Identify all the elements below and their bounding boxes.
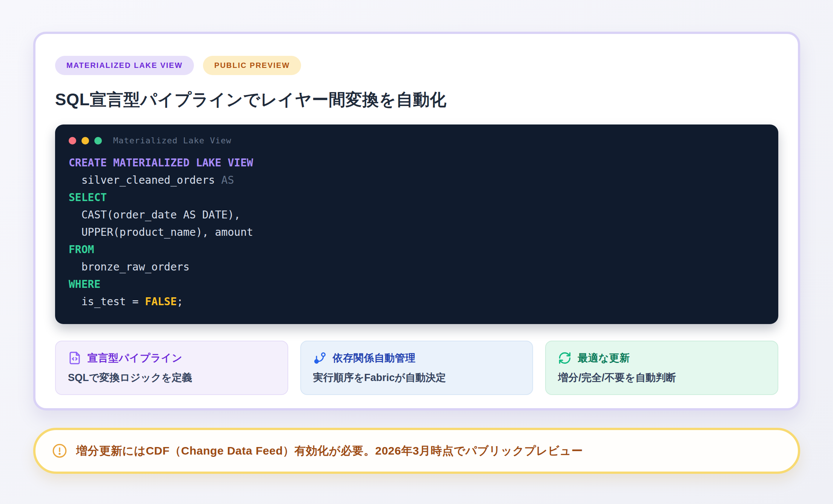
code-window-title: Materialized Lake View bbox=[113, 136, 231, 145]
feature-description: 増分/完全/不要を自動判断 bbox=[558, 371, 765, 384]
code-token: silver_cleaned_orders bbox=[69, 174, 221, 186]
code-token: CREATE MATERIALIZED LAKE VIEW bbox=[69, 157, 253, 169]
code-token: is_test = bbox=[69, 295, 145, 308]
code-token: WHERE bbox=[69, 278, 100, 290]
feature-card-purple: 宣言型パイプライン SQLで変換ロジックを定義 bbox=[55, 341, 288, 395]
code-token: FROM bbox=[69, 243, 94, 256]
code-token: FALSE bbox=[145, 295, 177, 308]
feature-card-blue: 依存関係自動管理 実行順序をFabricが自動決定 bbox=[300, 341, 533, 395]
window-maximize-icon bbox=[94, 137, 102, 144]
feature-title: 最適な更新 bbox=[578, 351, 630, 365]
code-line: is_test = FALSE; bbox=[69, 293, 765, 310]
feature-description: 実行順序をFabricが自動決定 bbox=[313, 371, 521, 384]
code-token: bronze_raw_orders bbox=[69, 261, 189, 273]
feature-title: 依存関係自動管理 bbox=[333, 351, 416, 365]
page-title: SQL宣言型パイプラインでレイヤー間変換を自動化 bbox=[55, 89, 778, 111]
refresh-icon bbox=[558, 351, 572, 365]
code-line: UPPER(product_name), amount bbox=[69, 224, 765, 241]
features-row: 宣言型パイプライン SQLで変換ロジックを定義 依存関係自動管理 実行順序をFa… bbox=[55, 341, 778, 395]
file-code-icon bbox=[68, 351, 81, 365]
code-line: silver_cleaned_orders AS bbox=[69, 172, 765, 189]
feature-card-green: 最適な更新 増分/完全/不要を自動判断 bbox=[545, 341, 778, 395]
feature-description: SQLで変換ロジックを定義 bbox=[68, 371, 275, 384]
badge-row: MATERIALIZED LAKE VIEW PUBLIC PREVIEW bbox=[55, 56, 778, 75]
main-card: MATERIALIZED LAKE VIEW PUBLIC PREVIEW SQ… bbox=[33, 32, 800, 410]
code-token: SELECT bbox=[69, 191, 107, 204]
feature-title: 宣言型パイプライン bbox=[88, 351, 182, 365]
code-window: Materialized Lake View CREATE MATERIALIZ… bbox=[55, 124, 778, 324]
code-token: CAST(order_date AS DATE), bbox=[69, 209, 240, 221]
badge-materialized-lake-view: MATERIALIZED LAKE VIEW bbox=[55, 56, 194, 75]
sql-code-block: CREATE MATERIALIZED LAKE VIEW silver_cle… bbox=[69, 154, 765, 310]
notice-text: 増分更新にはCDF（Change Data Feed）有効化が必要。2026年3… bbox=[76, 443, 583, 459]
notice-banner: 増分更新にはCDF（Change Data Feed）有効化が必要。2026年3… bbox=[33, 428, 800, 474]
code-line: CAST(order_date AS DATE), bbox=[69, 206, 765, 224]
code-line: WHERE bbox=[69, 276, 765, 293]
code-line: SELECT bbox=[69, 189, 765, 206]
git-branch-icon bbox=[313, 351, 327, 365]
window-close-icon bbox=[69, 137, 76, 144]
code-line: bronze_raw_orders bbox=[69, 258, 765, 276]
badge-public-preview: PUBLIC PREVIEW bbox=[203, 56, 301, 75]
code-token: ; bbox=[177, 295, 183, 308]
code-line: CREATE MATERIALIZED LAKE VIEW bbox=[69, 154, 765, 172]
code-token: AS bbox=[221, 174, 234, 186]
window-minimize-icon bbox=[81, 137, 89, 144]
code-line: FROM bbox=[69, 241, 765, 258]
code-window-titlebar: Materialized Lake View bbox=[69, 136, 765, 145]
alert-circle-icon bbox=[52, 443, 67, 458]
code-token: UPPER(product_name), amount bbox=[69, 226, 253, 238]
